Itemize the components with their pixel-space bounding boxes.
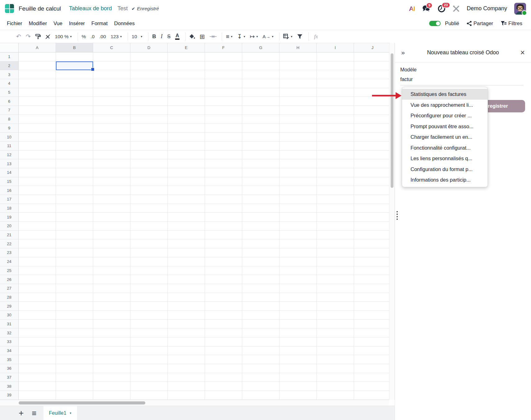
vertical-scrollbar-thumb[interactable] — [391, 53, 393, 188]
cell-F4[interactable] — [205, 79, 242, 88]
cell-B3[interactable] — [56, 70, 93, 79]
cell-I36[interactable] — [317, 364, 354, 373]
cell-A31[interactable] — [19, 320, 56, 329]
cell-I31[interactable] — [317, 320, 354, 329]
cell-I28[interactable] — [317, 293, 354, 302]
cell-A35[interactable] — [19, 355, 56, 364]
cell-G10[interactable] — [242, 133, 279, 142]
cell-C20[interactable] — [93, 222, 130, 231]
cell-G14[interactable] — [242, 168, 279, 177]
cell-J19[interactable] — [354, 213, 389, 222]
cell-I12[interactable] — [317, 151, 354, 160]
cell-B31[interactable] — [56, 320, 93, 329]
add-sheet-button[interactable]: + — [19, 409, 24, 418]
cell-G4[interactable] — [242, 79, 279, 88]
cell-H22[interactable] — [279, 239, 317, 248]
cell-G15[interactable] — [242, 177, 279, 186]
activities-button[interactable]: 23 — [438, 5, 446, 13]
menu-format[interactable]: Format — [91, 20, 107, 26]
ai-icon[interactable]: AI — [409, 5, 415, 12]
dropdown-item[interactable]: Préconfigurer pour créer ... — [402, 110, 488, 121]
cell-I25[interactable] — [317, 266, 354, 275]
cell-A17[interactable] — [19, 195, 56, 204]
cell-J13[interactable] — [354, 159, 389, 168]
cell-G21[interactable] — [242, 231, 279, 240]
row-header-30[interactable]: 30 — [0, 311, 19, 320]
cell-C6[interactable] — [93, 97, 130, 106]
row-header-19[interactable]: 19 — [0, 213, 19, 222]
cell-G30[interactable] — [242, 311, 279, 320]
cell-I26[interactable] — [317, 275, 354, 284]
cell-C2[interactable] — [93, 61, 130, 70]
cell-E1[interactable] — [168, 52, 205, 61]
cell-A12[interactable] — [19, 151, 56, 160]
increase-decimal-button[interactable]: .00 — [99, 34, 106, 39]
italic-button[interactable]: I — [161, 33, 163, 40]
cell-B21[interactable] — [56, 231, 93, 240]
dropdown-item[interactable]: Vue des rapprochement li... — [402, 100, 488, 111]
cell-A32[interactable] — [19, 328, 56, 337]
cell-H32[interactable] — [279, 328, 317, 337]
cell-H13[interactable] — [279, 159, 317, 168]
text-color-button[interactable]: A — [175, 33, 179, 40]
cell-D23[interactable] — [130, 248, 168, 257]
cell-D10[interactable] — [130, 133, 168, 142]
cell-E7[interactable] — [168, 106, 205, 115]
cell-F11[interactable] — [205, 142, 242, 151]
cell-A7[interactable] — [19, 106, 56, 115]
row-header-4[interactable]: 4 — [0, 79, 19, 88]
cell-H6[interactable] — [279, 97, 317, 106]
cell-D36[interactable] — [130, 364, 168, 373]
cell-D6[interactable] — [130, 97, 168, 106]
cell-J33[interactable] — [354, 337, 389, 346]
grid-corner[interactable] — [0, 43, 19, 52]
cell-C28[interactable] — [93, 293, 130, 302]
cell-F18[interactable] — [205, 204, 242, 213]
dropdown-item[interactable]: Configuration du format p... — [402, 164, 488, 175]
menu-modifier[interactable]: Modifier — [29, 20, 47, 26]
cell-F8[interactable] — [205, 115, 242, 124]
cell-F17[interactable] — [205, 195, 242, 204]
cell-H16[interactable] — [279, 186, 317, 195]
cell-H24[interactable] — [279, 257, 317, 266]
cell-D24[interactable] — [130, 257, 168, 266]
messages-button[interactable]: 9 — [422, 5, 430, 12]
cell-H27[interactable] — [279, 284, 317, 293]
cell-B22[interactable] — [56, 239, 93, 248]
cell-F27[interactable] — [205, 284, 242, 293]
cell-H28[interactable] — [279, 293, 317, 302]
cell-E2[interactable] — [168, 61, 205, 70]
cell-J21[interactable] — [354, 231, 389, 240]
cell-D2[interactable] — [130, 61, 168, 70]
cell-G27[interactable] — [242, 284, 279, 293]
row-header-27[interactable]: 27 — [0, 284, 19, 293]
cell-I27[interactable] — [317, 284, 354, 293]
cell-D27[interactable] — [130, 284, 168, 293]
cell-G5[interactable] — [242, 88, 279, 97]
company-name[interactable]: Demo Company — [467, 5, 507, 12]
close-panel-icon[interactable]: × — [520, 49, 525, 56]
cell-D22[interactable] — [130, 239, 168, 248]
cell-B32[interactable] — [56, 328, 93, 337]
vertical-scrollbar[interactable] — [389, 43, 395, 400]
cell-D9[interactable] — [130, 124, 168, 133]
cell-D3[interactable] — [130, 70, 168, 79]
cell-B35[interactable] — [56, 355, 93, 364]
cell-A29[interactable] — [19, 302, 56, 311]
cell-A2[interactable] — [19, 61, 56, 70]
cell-G28[interactable] — [242, 293, 279, 302]
cell-I32[interactable] — [317, 328, 354, 337]
cell-A24[interactable] — [19, 257, 56, 266]
cell-I10[interactable] — [317, 133, 354, 142]
cell-F33[interactable] — [205, 337, 242, 346]
cell-H21[interactable] — [279, 231, 317, 240]
cell-A36[interactable] — [19, 364, 56, 373]
cell-B23[interactable] — [56, 248, 93, 257]
cell-J10[interactable] — [354, 133, 389, 142]
cell-B37[interactable] — [56, 373, 93, 382]
cell-J8[interactable] — [354, 115, 389, 124]
menu-fichier[interactable]: Fichier — [7, 20, 22, 26]
cell-J12[interactable] — [354, 151, 389, 160]
cell-C10[interactable] — [93, 133, 130, 142]
cell-J23[interactable] — [354, 248, 389, 257]
